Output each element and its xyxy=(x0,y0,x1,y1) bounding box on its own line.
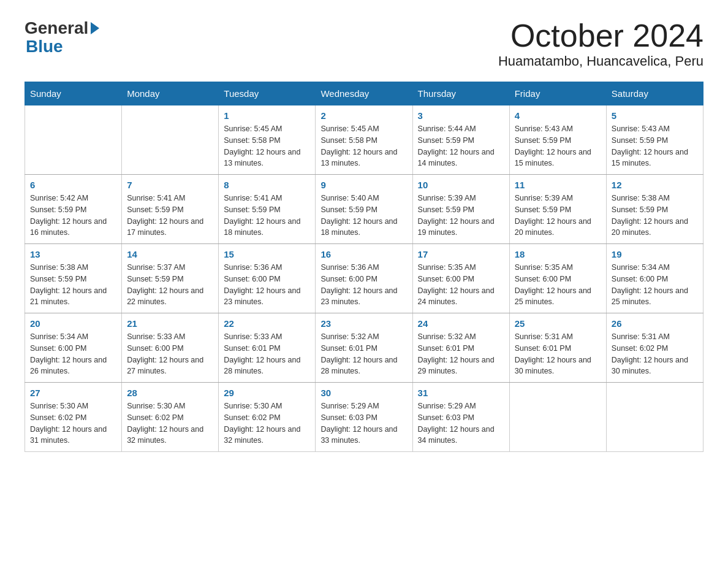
day-of-week-header: Thursday xyxy=(412,82,509,105)
logo-general-text: General xyxy=(25,18,88,38)
calendar-cell: 16Sunrise: 5:36 AMSunset: 6:00 PMDayligh… xyxy=(316,244,412,313)
calendar-cell xyxy=(509,383,606,452)
day-number: 17 xyxy=(418,249,504,259)
calendar-cell: 3Sunrise: 5:44 AMSunset: 5:59 PMDaylight… xyxy=(412,105,509,175)
day-number: 26 xyxy=(612,318,698,329)
day-number: 28 xyxy=(127,388,213,398)
day-info: Sunrise: 5:42 AMSunset: 5:59 PMDaylight:… xyxy=(30,193,116,239)
calendar-week-row: 1Sunrise: 5:45 AMSunset: 5:58 PMDaylight… xyxy=(25,105,703,175)
calendar-cell: 11Sunrise: 5:39 AMSunset: 5:59 PMDayligh… xyxy=(509,175,606,244)
day-info: Sunrise: 5:33 AMSunset: 6:00 PMDaylight:… xyxy=(127,331,213,377)
day-number: 10 xyxy=(418,180,504,190)
day-of-week-header: Friday xyxy=(509,82,606,105)
location-title: Huamatambo, Huancavelica, Peru xyxy=(498,53,703,69)
day-info: Sunrise: 5:38 AMSunset: 5:59 PMDaylight:… xyxy=(612,193,698,239)
calendar-header-row: SundayMondayTuesdayWednesdayThursdayFrid… xyxy=(25,82,703,105)
day-info: Sunrise: 5:30 AMSunset: 6:02 PMDaylight:… xyxy=(30,400,116,446)
month-title: October 2024 xyxy=(498,18,703,53)
day-info: Sunrise: 5:30 AMSunset: 6:02 PMDaylight:… xyxy=(224,400,310,446)
calendar-week-row: 20Sunrise: 5:34 AMSunset: 6:00 PMDayligh… xyxy=(25,313,703,383)
calendar-cell: 19Sunrise: 5:34 AMSunset: 6:00 PMDayligh… xyxy=(606,244,703,313)
day-info: Sunrise: 5:35 AMSunset: 6:00 PMDaylight:… xyxy=(515,262,601,308)
day-info: Sunrise: 5:39 AMSunset: 5:59 PMDaylight:… xyxy=(515,193,601,239)
calendar-cell: 2Sunrise: 5:45 AMSunset: 5:58 PMDaylight… xyxy=(316,105,412,175)
day-number: 6 xyxy=(30,180,116,190)
calendar-cell: 30Sunrise: 5:29 AMSunset: 6:03 PMDayligh… xyxy=(316,383,412,452)
day-number: 31 xyxy=(418,388,504,398)
day-info: Sunrise: 5:32 AMSunset: 6:01 PMDaylight:… xyxy=(320,331,407,377)
day-info: Sunrise: 5:38 AMSunset: 5:59 PMDaylight:… xyxy=(30,262,116,308)
calendar-cell: 14Sunrise: 5:37 AMSunset: 5:59 PMDayligh… xyxy=(122,244,219,313)
day-number: 18 xyxy=(515,249,601,259)
day-number: 4 xyxy=(515,110,601,121)
calendar-cell: 17Sunrise: 5:35 AMSunset: 6:00 PMDayligh… xyxy=(412,244,509,313)
day-number: 5 xyxy=(612,110,698,121)
day-number: 27 xyxy=(30,388,116,398)
day-number: 12 xyxy=(612,180,698,190)
day-number: 19 xyxy=(612,249,698,259)
calendar-cell: 23Sunrise: 5:32 AMSunset: 6:01 PMDayligh… xyxy=(316,313,412,383)
calendar-cell: 27Sunrise: 5:30 AMSunset: 6:02 PMDayligh… xyxy=(25,383,122,452)
day-of-week-header: Saturday xyxy=(606,82,703,105)
calendar-cell: 25Sunrise: 5:31 AMSunset: 6:01 PMDayligh… xyxy=(509,313,606,383)
calendar-cell: 12Sunrise: 5:38 AMSunset: 5:59 PMDayligh… xyxy=(606,175,703,244)
day-number: 24 xyxy=(418,318,504,329)
day-number: 30 xyxy=(320,388,407,398)
day-info: Sunrise: 5:33 AMSunset: 6:01 PMDaylight:… xyxy=(224,331,310,377)
day-number: 22 xyxy=(224,318,310,329)
calendar-cell: 5Sunrise: 5:43 AMSunset: 5:59 PMDaylight… xyxy=(606,105,703,175)
calendar-cell: 20Sunrise: 5:34 AMSunset: 6:00 PMDayligh… xyxy=(25,313,122,383)
calendar-cell xyxy=(606,383,703,452)
calendar-cell: 15Sunrise: 5:36 AMSunset: 6:00 PMDayligh… xyxy=(219,244,316,313)
day-number: 29 xyxy=(224,388,310,398)
day-info: Sunrise: 5:29 AMSunset: 6:03 PMDaylight:… xyxy=(418,400,504,446)
day-info: Sunrise: 5:32 AMSunset: 6:01 PMDaylight:… xyxy=(418,331,504,377)
day-number: 15 xyxy=(224,249,310,259)
calendar-cell: 28Sunrise: 5:30 AMSunset: 6:02 PMDayligh… xyxy=(122,383,219,452)
calendar-week-row: 6Sunrise: 5:42 AMSunset: 5:59 PMDaylight… xyxy=(25,175,703,244)
calendar-cell: 4Sunrise: 5:43 AMSunset: 5:59 PMDaylight… xyxy=(509,105,606,175)
logo-arrow-icon xyxy=(91,22,99,34)
day-number: 9 xyxy=(320,180,407,190)
day-number: 25 xyxy=(515,318,601,329)
day-number: 20 xyxy=(30,318,116,329)
day-info: Sunrise: 5:37 AMSunset: 5:59 PMDaylight:… xyxy=(127,262,213,308)
calendar-week-row: 13Sunrise: 5:38 AMSunset: 5:59 PMDayligh… xyxy=(25,244,703,313)
day-of-week-header: Tuesday xyxy=(219,82,316,105)
calendar-table: SundayMondayTuesdayWednesdayThursdayFrid… xyxy=(25,82,703,452)
logo: General Blue xyxy=(25,18,99,56)
day-info: Sunrise: 5:30 AMSunset: 6:02 PMDaylight:… xyxy=(127,400,213,446)
calendar-cell: 21Sunrise: 5:33 AMSunset: 6:00 PMDayligh… xyxy=(122,313,219,383)
day-info: Sunrise: 5:41 AMSunset: 5:59 PMDaylight:… xyxy=(224,193,310,239)
day-number: 8 xyxy=(224,180,310,190)
calendar-cell: 26Sunrise: 5:31 AMSunset: 6:02 PMDayligh… xyxy=(606,313,703,383)
day-number: 23 xyxy=(320,318,407,329)
day-info: Sunrise: 5:41 AMSunset: 5:59 PMDaylight:… xyxy=(127,193,213,239)
title-section: October 2024 Huamatambo, Huancavelica, P… xyxy=(498,18,703,69)
calendar-cell: 6Sunrise: 5:42 AMSunset: 5:59 PMDaylight… xyxy=(25,175,122,244)
day-info: Sunrise: 5:36 AMSunset: 6:00 PMDaylight:… xyxy=(320,262,407,308)
day-info: Sunrise: 5:31 AMSunset: 6:01 PMDaylight:… xyxy=(515,331,601,377)
day-info: Sunrise: 5:44 AMSunset: 5:59 PMDaylight:… xyxy=(418,123,504,169)
day-info: Sunrise: 5:40 AMSunset: 5:59 PMDaylight:… xyxy=(320,193,407,239)
day-number: 3 xyxy=(418,110,504,121)
day-number: 21 xyxy=(127,318,213,329)
calendar-cell: 24Sunrise: 5:32 AMSunset: 6:01 PMDayligh… xyxy=(412,313,509,383)
calendar-cell: 29Sunrise: 5:30 AMSunset: 6:02 PMDayligh… xyxy=(219,383,316,452)
day-of-week-header: Monday xyxy=(122,82,219,105)
day-number: 11 xyxy=(515,180,601,190)
day-number: 1 xyxy=(224,110,310,121)
calendar-cell: 10Sunrise: 5:39 AMSunset: 5:59 PMDayligh… xyxy=(412,175,509,244)
day-info: Sunrise: 5:39 AMSunset: 5:59 PMDaylight:… xyxy=(418,193,504,239)
calendar-cell: 8Sunrise: 5:41 AMSunset: 5:59 PMDaylight… xyxy=(219,175,316,244)
calendar-cell: 1Sunrise: 5:45 AMSunset: 5:58 PMDaylight… xyxy=(219,105,316,175)
calendar-cell xyxy=(25,105,122,175)
calendar-cell: 18Sunrise: 5:35 AMSunset: 6:00 PMDayligh… xyxy=(509,244,606,313)
day-info: Sunrise: 5:43 AMSunset: 5:59 PMDaylight:… xyxy=(515,123,601,169)
day-info: Sunrise: 5:43 AMSunset: 5:59 PMDaylight:… xyxy=(612,123,698,169)
calendar-cell: 7Sunrise: 5:41 AMSunset: 5:59 PMDaylight… xyxy=(122,175,219,244)
calendar-cell: 13Sunrise: 5:38 AMSunset: 5:59 PMDayligh… xyxy=(25,244,122,313)
day-number: 13 xyxy=(30,249,116,259)
calendar-cell xyxy=(122,105,219,175)
day-info: Sunrise: 5:34 AMSunset: 6:00 PMDaylight:… xyxy=(612,262,698,308)
